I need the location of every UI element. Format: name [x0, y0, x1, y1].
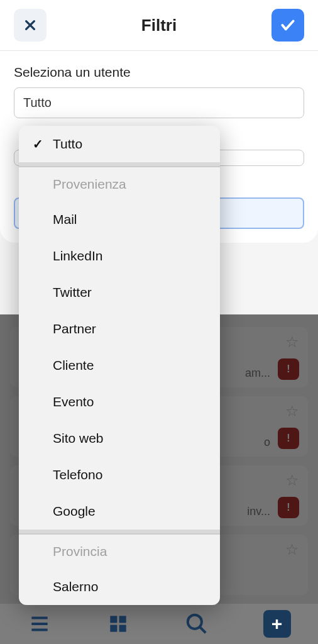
page-title: Filtri: [141, 16, 177, 35]
dropdown-item-cliente[interactable]: Cliente: [19, 347, 220, 384]
search-icon[interactable]: [185, 612, 209, 636]
user-select-label: Seleziona un utente: [14, 65, 304, 80]
confirm-button[interactable]: [271, 9, 304, 42]
add-button[interactable]: +: [263, 610, 291, 638]
user-select[interactable]: Tutto: [14, 87, 304, 118]
dropdown-item-salerno[interactable]: Salerno: [19, 569, 220, 605]
dropdown-item-mail[interactable]: Mail: [19, 201, 220, 238]
close-button[interactable]: [14, 9, 47, 42]
svg-point-9: [187, 615, 201, 629]
dropdown-item-sitoweb[interactable]: Sito web: [19, 420, 220, 457]
dropdown-item-linkedin[interactable]: LinkedIn: [19, 238, 220, 274]
bottom-nav: +: [0, 604, 318, 644]
dropdown-item-twitter[interactable]: Twitter: [19, 274, 220, 311]
dropdown-item-evento[interactable]: Evento: [19, 384, 220, 420]
svg-rect-7: [110, 625, 117, 632]
grid-icon[interactable]: [106, 612, 130, 636]
dropdown-item-telefono[interactable]: Telefono: [19, 457, 220, 493]
list-icon[interactable]: [28, 612, 52, 636]
header: Filtri: [0, 0, 318, 51]
plus-icon: +: [271, 613, 283, 635]
check-icon: [280, 17, 296, 33]
svg-rect-8: [119, 625, 126, 632]
dropdown-item-tutto[interactable]: Tutto: [19, 126, 220, 162]
close-icon: [23, 18, 37, 32]
dropdown-group-provincia: Provincia: [19, 533, 220, 569]
dropdown-item-google[interactable]: Google: [19, 493, 220, 530]
svg-rect-5: [110, 616, 117, 623]
svg-rect-6: [119, 616, 126, 623]
dropdown-item-partner[interactable]: Partner: [19, 311, 220, 347]
svg-line-10: [199, 627, 206, 633]
dropdown-group-provenienza: Provenienza: [19, 166, 220, 201]
dropdown-menu: Tutto Provenienza Mail LinkedIn Twitter …: [19, 126, 220, 605]
